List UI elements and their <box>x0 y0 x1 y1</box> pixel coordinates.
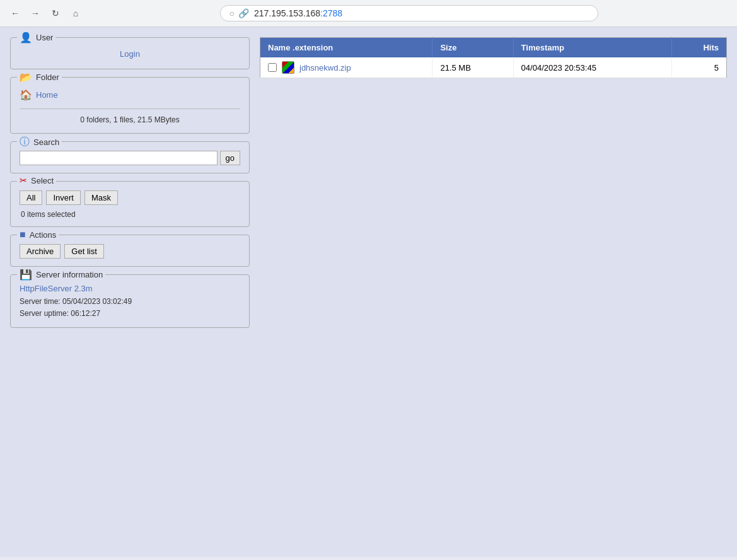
folder-icon: 📂 <box>20 71 32 83</box>
back-button[interactable]: ← <box>8 6 23 21</box>
select-panel-title: ✂ Select <box>17 175 56 185</box>
address-bar-icons: ○ 🔗 <box>229 8 249 18</box>
security-icon: 🔗 <box>238 8 249 18</box>
select-panel: ✂ Select All Invert Mask 0 items selecte… <box>10 181 250 227</box>
search-icon: ⓘ <box>20 136 30 149</box>
search-panel: ⓘ Search go <box>10 141 250 173</box>
file-size-cell: 21.5 MB <box>432 57 513 78</box>
server-panel-title: 💾 Server information <box>17 269 105 281</box>
go-button[interactable]: go <box>220 151 240 165</box>
col-timestamp: Timestamp <box>513 38 672 58</box>
file-timestamp-cell: 04/04/2023 20:53:45 <box>513 57 672 78</box>
file-cell: jdhsnekwd.zip <box>268 61 424 74</box>
sidebar: 👤 User Login 📂 Folder 🏠 Home 0 folders, … <box>10 37 250 547</box>
file-checkbox[interactable] <box>268 63 277 72</box>
forward-button[interactable]: → <box>28 6 43 21</box>
col-name: Name .extension <box>260 38 432 58</box>
zip-icon <box>282 61 294 74</box>
actions-icon: ■ <box>20 229 26 240</box>
shield-icon: ○ <box>229 8 235 18</box>
main-content: Name .extension Size Timestamp Hits jdhs… <box>260 37 727 547</box>
actions-panel: ■ Actions Archive Get list <box>10 235 250 267</box>
server-icon: 💾 <box>20 269 32 281</box>
user-icon: 👤 <box>20 32 32 44</box>
server-time: Server time: 05/04/2023 03:02:49 <box>20 296 240 308</box>
file-name-cell: jdhsnekwd.zip <box>260 57 432 78</box>
folder-info: 0 folders, 1 files, 21.5 MBytes <box>20 114 240 125</box>
folder-panel-title: 📂 Folder <box>17 71 62 83</box>
col-hits: Hits <box>672 38 727 58</box>
archive-button[interactable]: Archive <box>20 244 61 259</box>
user-panel-title: 👤 User <box>17 32 55 44</box>
page-content: 👤 User Login 📂 Folder 🏠 Home 0 folders, … <box>0 27 737 557</box>
login-link[interactable]: Login <box>20 47 240 61</box>
user-panel: 👤 User Login <box>10 37 250 69</box>
folder-divider <box>20 108 240 109</box>
home-nav-button[interactable]: ⌂ <box>68 6 83 21</box>
actions-panel-title: ■ Actions <box>17 229 59 240</box>
server-version-link[interactable]: HttpFileServer 2.3m <box>20 284 240 293</box>
file-table: Name .extension Size Timestamp Hits jdhs… <box>260 37 727 78</box>
scissors-icon: ✂ <box>20 175 27 185</box>
server-uptime: Server uptime: 06:12:27 <box>20 308 240 320</box>
mask-button[interactable]: Mask <box>84 190 118 205</box>
address-text: 217.195.153.168:2788 <box>254 8 342 18</box>
table-header-row: Name .extension Size Timestamp Hits <box>260 38 727 58</box>
file-link[interactable]: jdhsnekwd.zip <box>299 63 351 73</box>
select-buttons: All Invert Mask <box>20 190 240 205</box>
col-size: Size <box>432 38 513 58</box>
address-bar[interactable]: ○ 🔗 217.195.153.168:2788 <box>220 5 598 21</box>
get-list-button[interactable]: Get list <box>64 244 103 259</box>
server-panel: 💾 Server information HttpFileServer 2.3m… <box>10 274 250 328</box>
home-icon: 🏠 <box>20 89 32 101</box>
items-selected: 0 items selected <box>20 210 240 219</box>
file-hits-cell: 5 <box>672 57 727 78</box>
action-buttons: Archive Get list <box>20 244 240 259</box>
all-button[interactable]: All <box>20 190 42 205</box>
search-panel-title: ⓘ Search <box>17 136 62 149</box>
reload-button[interactable]: ↻ <box>48 6 63 21</box>
search-input[interactable] <box>20 151 218 165</box>
search-row: go <box>20 151 240 165</box>
home-link[interactable]: 🏠 Home <box>20 86 240 103</box>
browser-chrome: ← → ↻ ⌂ ○ 🔗 217.195.153.168:2788 <box>0 0 737 27</box>
folder-panel: 📂 Folder 🏠 Home 0 folders, 1 files, 21.5… <box>10 77 250 134</box>
invert-button[interactable]: Invert <box>46 190 81 205</box>
table-row: jdhsnekwd.zip 21.5 MB 04/04/2023 20:53:4… <box>260 57 727 78</box>
